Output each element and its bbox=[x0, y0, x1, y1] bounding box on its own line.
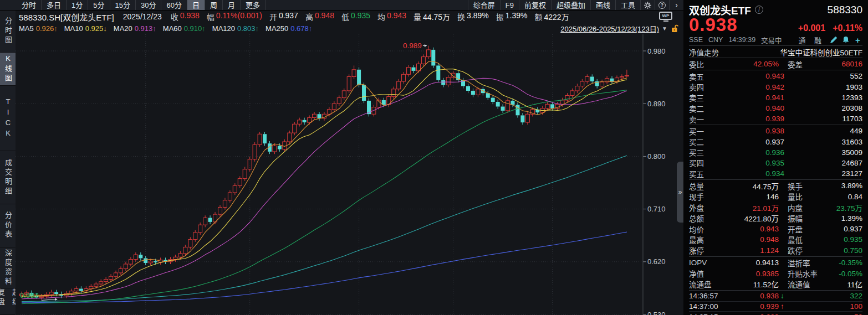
quote-field: 换 3.89% bbox=[457, 11, 489, 22]
svg-text:0.989: 0.989 bbox=[403, 42, 422, 50]
date-range-group: 2025/06/26-2025/12/23(123日) ▼ bbox=[560, 23, 679, 34]
period-tab[interactable]: 更多 bbox=[241, 0, 265, 10]
ma-value: MA60 0.910↑ bbox=[163, 24, 206, 33]
bid-level-row[interactable]: 买二 0.937 31603 bbox=[689, 137, 862, 147]
time-sales-list: 14:36:57 0.938 ↓ 322 14:37:00 0.939 ↑ 10… bbox=[689, 291, 862, 315]
quote-field: 高 0.948 bbox=[305, 11, 334, 22]
quote-field: 收 0.938 bbox=[171, 11, 200, 22]
edit-pencil-icon[interactable] bbox=[829, 36, 838, 44]
quote-info-bar: 588330.SH[双创龙头ETF] 2025/12/23 收 0.938 幅 … bbox=[16, 11, 683, 23]
sidebar-view-tab[interactable]: 分价表 bbox=[0, 204, 16, 247]
tick-direction-icon: ↑ bbox=[779, 302, 788, 311]
period-tab[interactable]: 多日 bbox=[42, 0, 67, 10]
period-tab[interactable]: 1分 bbox=[67, 0, 88, 10]
settings-gear-icon[interactable] bbox=[640, 0, 655, 10]
stats-row: 总量 44.75万 换手 3.89% bbox=[689, 180, 862, 191]
bid-level-row[interactable]: 买一 0.938 449 bbox=[689, 126, 862, 136]
period-tab[interactable]: 30分 bbox=[136, 0, 161, 10]
sidebar-view-tab[interactable]: 分时图 bbox=[0, 11, 16, 53]
view-sidebar: 分时图 K线图 TICK 成交明细 分价表 深度资料 超级复盘 bbox=[0, 11, 16, 315]
svg-text:0.980: 0.980 bbox=[647, 47, 666, 55]
period-tab[interactable]: 分时 bbox=[17, 0, 42, 10]
stats-row: 外盘 21.01万 内盘 23.75万 bbox=[689, 202, 862, 213]
toolbar-action-button[interactable]: F9 bbox=[500, 0, 519, 10]
time-sales-row: 14:36:57 0.938 ↓ 322 bbox=[689, 291, 862, 302]
period-tab[interactable]: 60分 bbox=[161, 0, 187, 10]
ma-value: MA120 0.803↑ bbox=[212, 24, 259, 33]
toolbar-action-button[interactable]: 综合屏 bbox=[468, 0, 500, 10]
ma-indicator-bar: MA5 0.926↑ MA10 0.925↓ MA20 0.913↑ MA60 … bbox=[16, 23, 683, 34]
period-tab[interactable]: 月 bbox=[223, 0, 241, 10]
stats-row: 净值 0.9385 升贴水率 -0.05% bbox=[689, 268, 862, 278]
period-tab-list: 分时多日1分5分15分30分60分日周月更多 bbox=[17, 0, 265, 10]
price-change: +0.001 bbox=[798, 23, 825, 33]
panel-collapse-handle[interactable]: » bbox=[677, 162, 683, 223]
ma-value: MA250 0.678↑ bbox=[265, 24, 312, 33]
sidebar-view-tab[interactable]: K线图 bbox=[0, 53, 16, 86]
stats-row: 流通盘 11.52亿 流通值 11亿 bbox=[689, 279, 862, 290]
ask-level-row[interactable]: 卖二 0.940 20308 bbox=[689, 103, 862, 113]
toolbar-action-button[interactable]: 前复权 bbox=[519, 0, 551, 10]
quote-field: 振 1.39% bbox=[496, 11, 528, 22]
sidebar-view-tab[interactable]: 超级复盘 bbox=[0, 288, 16, 315]
quote-field: 量 44.75万 bbox=[413, 11, 450, 22]
toolbar-action-button[interactable]: 工具 bbox=[615, 0, 640, 10]
quote-field: 幅 0.11%(0.001) bbox=[207, 11, 262, 22]
bid-level-row[interactable]: 买三 0.936 35009 bbox=[689, 147, 862, 158]
last-price: 0.938 bbox=[689, 17, 738, 33]
ask-level-row[interactable]: 卖一 0.939 11703 bbox=[689, 113, 862, 124]
wp-monitor-icon[interactable]: WP bbox=[659, 12, 672, 22]
svg-text:0.800: 0.800 bbox=[647, 152, 666, 161]
stats-row: 涨停 1.124 跌停 0.750 bbox=[689, 245, 862, 256]
period-tab[interactable]: 5分 bbox=[88, 0, 110, 10]
trading-status: 交易中 bbox=[761, 35, 782, 45]
toolbar-action-button[interactable]: 画线 bbox=[590, 0, 615, 10]
period-tab[interactable]: 周 bbox=[205, 0, 223, 10]
toolbar-action-button[interactable]: 超级叠加 bbox=[551, 0, 590, 10]
quote-field: 低 0.935 bbox=[341, 11, 370, 22]
time-sales-row: 14:37:15 0.939 53 bbox=[689, 312, 862, 315]
chevron-down-icon[interactable]: ▼ bbox=[662, 25, 667, 32]
stats-section-fund: IOPV 0.9413 溢折率 -0.35% 净值 0.9385 升贴水率 -0… bbox=[689, 257, 862, 290]
info-icon[interactable]: i bbox=[755, 6, 763, 14]
quote-field: 均 0.943 bbox=[377, 11, 406, 22]
ask-level-row[interactable]: 卖四 0.942 1903 bbox=[689, 82, 862, 92]
margin-badges: 通 融 bbox=[798, 35, 825, 45]
period-tab[interactable]: 15分 bbox=[110, 0, 136, 10]
stats-row: 总额 4221.80万 振幅 1.39% bbox=[689, 213, 862, 223]
svg-text:0.620: 0.620 bbox=[647, 257, 666, 266]
price-change-pct: +0.11% bbox=[833, 23, 862, 33]
quote-field: 额 4222万 bbox=[535, 11, 569, 22]
commission-diff-value: 68016 bbox=[828, 60, 862, 68]
ma-value: MA5 0.926↑ bbox=[19, 24, 58, 33]
ask-level-row[interactable]: 卖五 0.943 552 bbox=[689, 71, 862, 81]
ask-level-row[interactable]: 卖三 0.941 12393 bbox=[689, 92, 862, 103]
exchange-label: SSE bbox=[689, 36, 703, 44]
chevron-right-icon[interactable]: › bbox=[669, 0, 683, 10]
ma-value: MA10 0.925↓ bbox=[64, 24, 107, 33]
stats-row: IOPV 0.9413 溢折率 -0.35% bbox=[689, 257, 862, 268]
sidebar-view-tab[interactable]: 深度资料 bbox=[0, 247, 16, 288]
divider bbox=[689, 290, 862, 291]
add-plus-icon[interactable]: + bbox=[853, 36, 862, 44]
period-tab[interactable]: 日 bbox=[187, 0, 205, 10]
bid-level-row[interactable]: 买四 0.935 24687 bbox=[689, 158, 862, 168]
kline-chart-canvas[interactable]: 0.9800.8900.8000.7100.6200.5300.9890.557 bbox=[16, 34, 683, 315]
svg-text:0.890: 0.890 bbox=[647, 100, 666, 108]
sidebar-view-tab[interactable]: 成交明细 bbox=[0, 151, 16, 204]
kline-chart-area: 0.9800.8900.8000.7100.6200.5300.9890.557 bbox=[16, 34, 683, 315]
quote-time: 14:39:39 bbox=[728, 36, 755, 44]
unlock-icon[interactable] bbox=[671, 24, 679, 33]
tick-direction-icon: ↓ bbox=[779, 292, 788, 300]
stats-row: 现手 146 量比 0.84 bbox=[689, 192, 862, 202]
nav-trend-row[interactable]: 净值走势 华宝中证科创创业50ETF bbox=[689, 47, 862, 57]
date-range-selector[interactable]: 2025/06/26-2025/12/23(123日) bbox=[560, 23, 659, 34]
svg-text:0.557: 0.557 bbox=[20, 291, 39, 299]
quote-field: 开 0.937 bbox=[269, 11, 298, 22]
bid-level-row[interactable]: 买五 0.934 23127 bbox=[689, 168, 862, 179]
stats-row: 最高 0.948 最低 0.935 bbox=[689, 234, 862, 245]
alert-bell-icon[interactable] bbox=[841, 36, 850, 44]
sidebar-view-tab[interactable]: TICK bbox=[0, 86, 16, 151]
help-icon[interactable]: ? bbox=[655, 0, 669, 10]
toolbar-right-group: 综合屏F9前复权超级叠加画线工具 ? › bbox=[468, 0, 683, 10]
